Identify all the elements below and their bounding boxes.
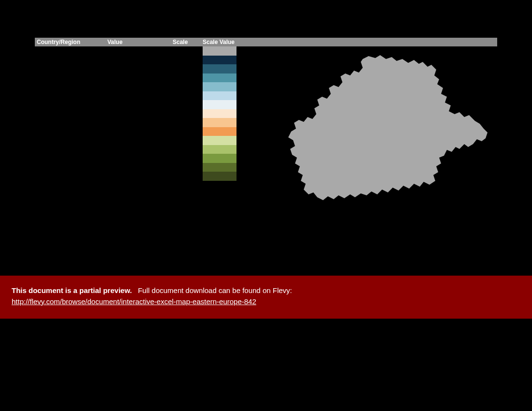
header-value: Value	[107, 39, 173, 45]
scale-swatch	[203, 64, 236, 73]
scale-swatch	[203, 172, 236, 181]
header-scale: Scale	[173, 39, 203, 45]
scale-swatch	[203, 46, 236, 56]
scale-swatch	[203, 91, 236, 101]
scale-swatch	[203, 118, 236, 127]
scale-swatch	[203, 73, 236, 83]
header-country-region: Country/Region	[35, 39, 107, 45]
notice-link[interactable]: http://flevy.com/browse/document/interac…	[12, 297, 256, 306]
preview-content: Country/Region Value Scale Scale Value	[35, 38, 497, 46]
notice-rest-text	[134, 286, 138, 294]
scale-swatch	[203, 163, 236, 172]
scale-swatch	[203, 100, 236, 109]
scale-swatch	[203, 136, 236, 145]
map-belarus	[277, 52, 489, 217]
header-scale-value: Scale Value	[203, 39, 497, 45]
scale-swatch	[203, 82, 236, 91]
preview-notice-bar: This document is a partial preview. Full…	[0, 276, 532, 319]
scale-swatch	[203, 109, 236, 118]
belarus-silhouette	[288, 55, 488, 200]
scale-swatch	[203, 127, 236, 136]
scale-swatch	[203, 56, 236, 65]
column-header-row: Country/Region Value Scale Scale Value	[35, 38, 497, 46]
scale-swatch	[203, 154, 236, 163]
scale-swatch	[203, 145, 236, 154]
notice-bold-text: This document is a partial preview.	[12, 286, 132, 294]
color-scale-legend	[203, 46, 236, 181]
notice-rest-text-value: Full document download can be found on F…	[138, 286, 292, 294]
